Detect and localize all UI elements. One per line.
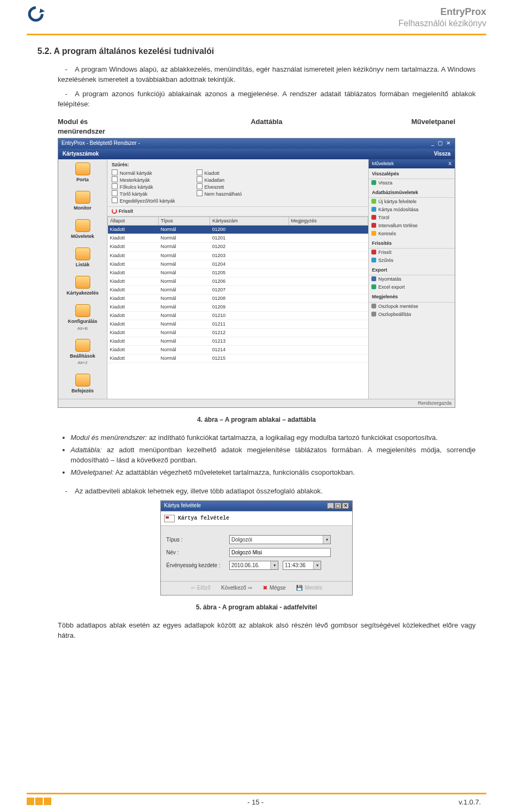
x-icon: ✖ xyxy=(263,584,267,592)
table-cell: Kiadott xyxy=(108,226,159,234)
table-row[interactable]: KiadottNormál01210 xyxy=(108,311,368,320)
label-module: Modul és menürendszer xyxy=(58,117,122,137)
dialog-button-bar: ⇦Előző Következő⇨ ✖Mégse 💾Mentés xyxy=(161,581,352,595)
doc-subtitle: Felhasználói kézikönyv xyxy=(45,19,486,28)
dash-bullet: - xyxy=(58,89,75,99)
sidebar-module-konfigurálás[interactable]: KonfigurálásAlt+B xyxy=(58,301,107,336)
table-row[interactable]: KiadottNormál01203 xyxy=(108,251,368,260)
table-row[interactable]: KiadottNormál01212 xyxy=(108,328,368,337)
table-row[interactable]: KiadottNormál01207 xyxy=(108,285,368,294)
dialog-window-controls[interactable]: _▢✕ xyxy=(327,502,349,510)
table-cell: 01208 xyxy=(210,294,289,303)
table-row[interactable]: KiadottNormál01200 xyxy=(108,226,368,234)
ops-item[interactable]: Frissít xyxy=(369,249,455,257)
table-row[interactable]: KiadottNormál01213 xyxy=(108,337,368,346)
name-input[interactable] xyxy=(229,548,331,557)
sidebar-module-monitor[interactable]: Monitor xyxy=(58,188,107,216)
field-label: Típus : xyxy=(166,536,229,544)
ops-item[interactable]: Töröl xyxy=(369,214,455,222)
sidebar-module-kártyakezelés[interactable]: Kártyakezelés xyxy=(58,273,107,301)
table-cell: 01203 xyxy=(210,251,289,260)
table-row[interactable]: KiadottNormál01215 xyxy=(108,354,368,363)
chevron-down-icon[interactable]: ▾ xyxy=(270,561,278,569)
table-row[interactable]: KiadottNormál01214 xyxy=(108,346,368,354)
table-cell xyxy=(289,337,368,346)
time-combo[interactable]: 11:43:36 ▾ xyxy=(283,561,321,570)
table-header-cell[interactable]: Állapot xyxy=(108,217,159,226)
prev-button[interactable]: ⇦Előző xyxy=(189,584,213,593)
ops-close-icon[interactable]: X xyxy=(448,160,452,167)
refresh-icon[interactable] xyxy=(112,208,117,214)
table-row[interactable]: KiadottNormál01202 xyxy=(108,243,368,251)
table-cell: 01211 xyxy=(210,320,289,328)
bullet-list: Modul és menürendszer: az indítható funk… xyxy=(71,433,476,477)
footer-rule xyxy=(27,793,486,794)
dialog-body: Típus : Dolgozói ▾ Név : Érvényesség kez… xyxy=(161,526,352,581)
max-icon[interactable]: ▢ xyxy=(335,502,341,509)
filter-checkbox[interactable]: Főkulcs kártyák xyxy=(112,183,175,190)
ops-item[interactable]: Excel export xyxy=(369,283,455,291)
para-3: -Az adatbeviteli ablakok lehetnek egy, i… xyxy=(37,486,476,497)
ops-item-icon xyxy=(371,231,376,236)
table-row[interactable]: KiadottNormál01211 xyxy=(108,320,368,328)
sidebar-module-listák[interactable]: Listák xyxy=(58,244,107,273)
filter-checkbox[interactable]: Normál kártyák xyxy=(112,169,175,176)
table-cell xyxy=(289,303,368,311)
filter-checkbox[interactable]: Kiadott xyxy=(197,169,242,176)
table-cell: Kiadott xyxy=(108,294,159,303)
save-button[interactable]: 💾Mentés xyxy=(294,584,324,593)
chevron-down-icon[interactable]: ▾ xyxy=(313,561,321,569)
sidebar-module-beállítások[interactable]: BeállításokAlt+2 xyxy=(58,336,107,370)
filter-checkbox[interactable]: Elveszett xyxy=(197,183,242,190)
table-cell xyxy=(289,243,368,251)
sidebar-module-műveletek[interactable]: Műveletek xyxy=(58,216,107,244)
back-link[interactable]: Vissza xyxy=(434,150,450,158)
cancel-button[interactable]: ✖Mégse xyxy=(261,584,287,593)
min-icon[interactable]: _ xyxy=(327,502,334,509)
table-cell: 01213 xyxy=(210,337,289,346)
table-row[interactable]: KiadottNormál01204 xyxy=(108,260,368,268)
table-cell: 01214 xyxy=(210,346,289,354)
ops-item-back[interactable]: Vissza xyxy=(369,179,455,187)
ops-item[interactable]: Oszlopok mentése xyxy=(369,303,455,311)
table-row[interactable]: KiadottNormál01205 xyxy=(108,268,368,277)
para-4: Több adatlapos ablak esetén az egyes ada… xyxy=(37,621,476,641)
ops-item[interactable]: Szűrés xyxy=(369,257,455,265)
table-row[interactable]: KiadottNormál01208 xyxy=(108,294,368,303)
table-header-cell[interactable]: Kártyaszám xyxy=(210,217,289,226)
filter-checkbox[interactable]: Nem használható xyxy=(197,190,242,197)
type-combo[interactable]: Dolgozói ▾ xyxy=(229,535,331,544)
close-icon[interactable]: ✕ xyxy=(342,502,349,509)
chevron-down-icon[interactable]: ▾ xyxy=(323,536,330,544)
table-row[interactable]: KiadottNormál01209 xyxy=(108,303,368,311)
ops-item[interactable]: Intervallum törlése xyxy=(369,222,455,230)
filter-checkbox[interactable]: Mesterkártyák xyxy=(112,176,175,183)
label-table: Adattábla xyxy=(251,117,282,137)
ops-item[interactable]: Kártya módosítása xyxy=(369,206,455,214)
table-cell: Normál xyxy=(159,226,210,234)
ops-item[interactable]: Új kártya felvétele xyxy=(369,198,455,206)
field-row-validity: Érvényesség kezdete : 2010.06.16. ▾ 11:4… xyxy=(166,561,347,570)
table-cell xyxy=(289,311,368,320)
sidebar-module-befejezés[interactable]: Befejezés xyxy=(58,370,107,399)
next-button[interactable]: Következő⇨ xyxy=(219,584,255,593)
table-row[interactable]: KiadottNormál01201 xyxy=(108,234,368,243)
ops-item[interactable]: Nyomtatás xyxy=(369,275,455,283)
filter-checkbox[interactable]: Törlő kártyák xyxy=(112,190,175,197)
filter-checkbox[interactable]: Engedélyező/törlő kártyák xyxy=(112,197,175,204)
ops-item[interactable]: Oszlopbeállítás xyxy=(369,311,455,319)
table-header-cell[interactable]: Típus xyxy=(159,217,210,226)
filter-checkbox[interactable]: Kiadatlan xyxy=(197,176,242,183)
btn-label: Mentés xyxy=(305,584,322,592)
ops-item[interactable]: Keresés xyxy=(369,230,455,238)
refresh-label[interactable]: Frissít xyxy=(119,208,133,214)
para-1: -A program Windows alapú, az ablakkezelé… xyxy=(37,65,476,85)
table-cell: Kiadott xyxy=(108,328,159,337)
window-controls[interactable]: _ ▢ ✕ xyxy=(431,140,452,148)
table-header-cell[interactable]: Megjegyzés xyxy=(289,217,368,226)
sidebar-module-porta[interactable]: Porta xyxy=(58,159,107,188)
data-table[interactable]: ÁllapotTípusKártyaszámMegjegyzés Kiadott… xyxy=(107,216,368,363)
filter-col-right: KiadottKiadatlanElveszettNem használható xyxy=(197,169,242,204)
table-row[interactable]: KiadottNormál01206 xyxy=(108,277,368,285)
date-combo[interactable]: 2010.06.16. ▾ xyxy=(229,561,278,570)
